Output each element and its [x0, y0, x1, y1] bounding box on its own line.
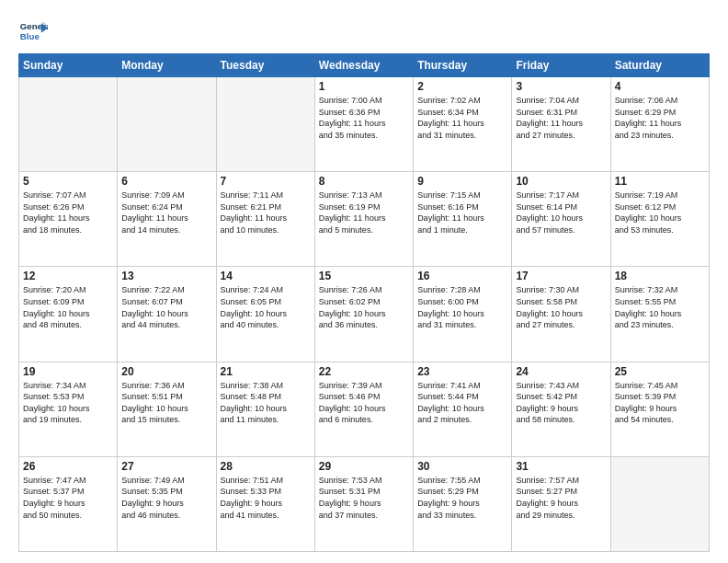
- page: General Blue SundayMondayTuesdayWednesda…: [0, 0, 728, 563]
- day-info: Sunrise: 7:32 AM Sunset: 5:55 PM Dayligh…: [615, 284, 705, 330]
- day-info: Sunrise: 7:49 AM Sunset: 5:35 PM Dayligh…: [121, 475, 211, 521]
- calendar-cell: 17Sunrise: 7:30 AM Sunset: 5:58 PM Dayli…: [512, 267, 610, 362]
- day-info: Sunrise: 7:41 AM Sunset: 5:44 PM Dayligh…: [417, 380, 507, 426]
- day-number: 26: [23, 460, 113, 473]
- day-info: Sunrise: 7:26 AM Sunset: 6:02 PM Dayligh…: [319, 284, 409, 330]
- svg-text:Blue: Blue: [20, 31, 40, 41]
- day-info: Sunrise: 7:30 AM Sunset: 5:58 PM Dayligh…: [516, 284, 606, 330]
- calendar-cell: 13Sunrise: 7:22 AM Sunset: 6:07 PM Dayli…: [118, 267, 216, 362]
- calendar-cell: 30Sunrise: 7:55 AM Sunset: 5:29 PM Dayli…: [414, 456, 512, 551]
- day-info: Sunrise: 7:47 AM Sunset: 5:37 PM Dayligh…: [23, 475, 113, 521]
- calendar-cell: 19Sunrise: 7:34 AM Sunset: 5:53 PM Dayli…: [19, 362, 118, 456]
- day-number: 23: [417, 365, 507, 378]
- calendar-week-1: 5Sunrise: 7:07 AM Sunset: 6:26 PM Daylig…: [19, 172, 710, 267]
- day-number: 21: [221, 365, 311, 378]
- day-info: Sunrise: 7:15 AM Sunset: 6:16 PM Dayligh…: [417, 190, 507, 236]
- day-info: Sunrise: 7:38 AM Sunset: 5:48 PM Dayligh…: [221, 380, 311, 426]
- day-number: 31: [516, 460, 606, 473]
- calendar-week-0: 1Sunrise: 7:00 AM Sunset: 6:36 PM Daylig…: [19, 77, 710, 172]
- day-info: Sunrise: 7:04 AM Sunset: 6:31 PM Dayligh…: [516, 95, 606, 141]
- calendar-cell: 7Sunrise: 7:11 AM Sunset: 6:21 PM Daylig…: [216, 172, 314, 267]
- day-number: 2: [417, 80, 507, 93]
- day-info: Sunrise: 7:06 AM Sunset: 6:29 PM Dayligh…: [615, 95, 705, 141]
- day-number: 28: [221, 460, 311, 473]
- header: General Blue: [18, 17, 710, 46]
- day-number: 19: [23, 365, 113, 378]
- calendar-week-4: 26Sunrise: 7:47 AM Sunset: 5:37 PM Dayli…: [19, 456, 710, 551]
- day-info: Sunrise: 7:09 AM Sunset: 6:24 PM Dayligh…: [121, 190, 211, 236]
- weekday-header-sunday: Sunday: [19, 54, 118, 77]
- day-number: 20: [121, 365, 211, 378]
- calendar-cell: 29Sunrise: 7:53 AM Sunset: 5:31 PM Dayli…: [314, 456, 413, 551]
- calendar-cell: 18Sunrise: 7:32 AM Sunset: 5:55 PM Dayli…: [610, 267, 709, 362]
- day-number: 6: [121, 175, 211, 188]
- calendar-cell: 1Sunrise: 7:00 AM Sunset: 6:36 PM Daylig…: [314, 77, 413, 172]
- calendar-cell: 23Sunrise: 7:41 AM Sunset: 5:44 PM Dayli…: [414, 362, 512, 456]
- calendar-cell: 15Sunrise: 7:26 AM Sunset: 6:02 PM Dayli…: [314, 267, 413, 362]
- weekday-header-thursday: Thursday: [414, 54, 512, 77]
- day-number: 1: [319, 80, 409, 93]
- day-number: 27: [121, 460, 211, 473]
- calendar-cell: 4Sunrise: 7:06 AM Sunset: 6:29 PM Daylig…: [610, 77, 709, 172]
- day-info: Sunrise: 7:55 AM Sunset: 5:29 PM Dayligh…: [417, 475, 507, 521]
- day-info: Sunrise: 7:51 AM Sunset: 5:33 PM Dayligh…: [221, 475, 311, 521]
- day-number: 30: [417, 460, 507, 473]
- calendar-cell: 24Sunrise: 7:43 AM Sunset: 5:42 PM Dayli…: [512, 362, 610, 456]
- calendar-cell: 20Sunrise: 7:36 AM Sunset: 5:51 PM Dayli…: [118, 362, 216, 456]
- calendar-cell: [19, 77, 118, 172]
- day-number: 13: [121, 270, 211, 282]
- weekday-header-monday: Monday: [118, 54, 216, 77]
- day-info: Sunrise: 7:36 AM Sunset: 5:51 PM Dayligh…: [121, 380, 211, 426]
- day-info: Sunrise: 7:11 AM Sunset: 6:21 PM Dayligh…: [221, 190, 311, 236]
- day-info: Sunrise: 7:57 AM Sunset: 5:27 PM Dayligh…: [516, 475, 606, 521]
- weekday-header-friday: Friday: [512, 54, 610, 77]
- calendar-week-2: 12Sunrise: 7:20 AM Sunset: 6:09 PM Dayli…: [19, 267, 710, 362]
- calendar-cell: 28Sunrise: 7:51 AM Sunset: 5:33 PM Dayli…: [216, 456, 314, 551]
- day-info: Sunrise: 7:07 AM Sunset: 6:26 PM Dayligh…: [23, 190, 113, 236]
- day-number: 3: [516, 80, 606, 93]
- calendar-cell: [118, 77, 216, 172]
- calendar-cell: 21Sunrise: 7:38 AM Sunset: 5:48 PM Dayli…: [216, 362, 314, 456]
- day-info: Sunrise: 7:28 AM Sunset: 6:00 PM Dayligh…: [417, 284, 507, 330]
- day-info: Sunrise: 7:43 AM Sunset: 5:42 PM Dayligh…: [516, 380, 606, 426]
- calendar-cell: 8Sunrise: 7:13 AM Sunset: 6:19 PM Daylig…: [314, 172, 413, 267]
- calendar-cell: 26Sunrise: 7:47 AM Sunset: 5:37 PM Dayli…: [19, 456, 118, 551]
- calendar-header: SundayMondayTuesdayWednesdayThursdayFrid…: [19, 54, 710, 77]
- logo-icon: General Blue: [18, 17, 48, 46]
- day-info: Sunrise: 7:13 AM Sunset: 6:19 PM Dayligh…: [319, 190, 409, 236]
- calendar-cell: 2Sunrise: 7:02 AM Sunset: 6:34 PM Daylig…: [414, 77, 512, 172]
- day-number: 18: [615, 270, 705, 282]
- day-info: Sunrise: 7:20 AM Sunset: 6:09 PM Dayligh…: [23, 284, 113, 330]
- day-number: 16: [417, 270, 507, 282]
- day-info: Sunrise: 7:02 AM Sunset: 6:34 PM Dayligh…: [417, 95, 507, 141]
- calendar-cell: 12Sunrise: 7:20 AM Sunset: 6:09 PM Dayli…: [19, 267, 118, 362]
- weekday-header-saturday: Saturday: [610, 54, 709, 77]
- calendar-cell: 22Sunrise: 7:39 AM Sunset: 5:46 PM Dayli…: [314, 362, 413, 456]
- day-info: Sunrise: 7:39 AM Sunset: 5:46 PM Dayligh…: [319, 380, 409, 426]
- day-number: 15: [319, 270, 409, 282]
- calendar-cell: 16Sunrise: 7:28 AM Sunset: 6:00 PM Dayli…: [414, 267, 512, 362]
- weekday-header-row: SundayMondayTuesdayWednesdayThursdayFrid…: [19, 54, 710, 77]
- day-number: 5: [23, 175, 113, 188]
- day-number: 29: [319, 460, 409, 473]
- calendar-body: 1Sunrise: 7:00 AM Sunset: 6:36 PM Daylig…: [19, 77, 710, 552]
- calendar-cell: [610, 456, 709, 551]
- day-number: 14: [221, 270, 311, 282]
- weekday-header-tuesday: Tuesday: [216, 54, 314, 77]
- day-number: 12: [23, 270, 113, 282]
- calendar-cell: 31Sunrise: 7:57 AM Sunset: 5:27 PM Dayli…: [512, 456, 610, 551]
- calendar-cell: 9Sunrise: 7:15 AM Sunset: 6:16 PM Daylig…: [414, 172, 512, 267]
- weekday-header-wednesday: Wednesday: [314, 54, 413, 77]
- calendar-cell: 3Sunrise: 7:04 AM Sunset: 6:31 PM Daylig…: [512, 77, 610, 172]
- calendar-cell: 6Sunrise: 7:09 AM Sunset: 6:24 PM Daylig…: [118, 172, 216, 267]
- calendar-cell: 10Sunrise: 7:17 AM Sunset: 6:14 PM Dayli…: [512, 172, 610, 267]
- day-info: Sunrise: 7:24 AM Sunset: 6:05 PM Dayligh…: [221, 284, 311, 330]
- calendar-cell: 5Sunrise: 7:07 AM Sunset: 6:26 PM Daylig…: [19, 172, 118, 267]
- day-number: 10: [516, 175, 606, 188]
- day-info: Sunrise: 7:00 AM Sunset: 6:36 PM Dayligh…: [319, 95, 409, 141]
- day-number: 7: [221, 175, 311, 188]
- day-number: 24: [516, 365, 606, 378]
- day-info: Sunrise: 7:19 AM Sunset: 6:12 PM Dayligh…: [615, 190, 705, 236]
- calendar-table: SundayMondayTuesdayWednesdayThursdayFrid…: [18, 53, 710, 552]
- day-number: 25: [615, 365, 705, 378]
